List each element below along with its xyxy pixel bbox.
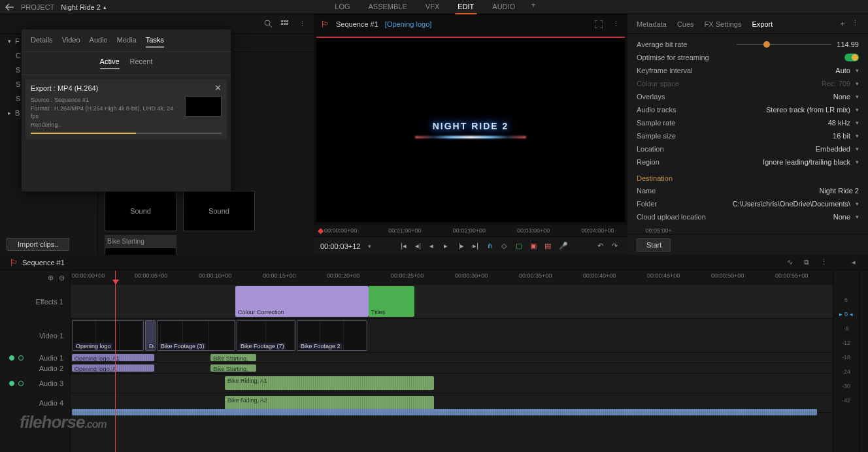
nav-vfx[interactable]: VFX [423, 0, 442, 14]
prop-value[interactable]: None▾ [833, 93, 859, 101]
slider-thumb[interactable] [763, 41, 770, 48]
tab-export[interactable]: Export [752, 20, 773, 28]
tab-cues[interactable]: Cues [677, 20, 694, 28]
clip-bike3[interactable]: Bike Footage (3) [157, 320, 235, 351]
mic-icon[interactable]: 🎤 [559, 242, 568, 251]
solo-dot-icon[interactable] [9, 355, 14, 361]
popup-tab-tasks[interactable]: Tasks [146, 36, 164, 48]
timeline-sequence-name[interactable]: Sequence #1 [22, 259, 65, 266]
timeline-tracks[interactable]: 00:00:00+00 00:00:05+00 00:00:10+00 00:0… [71, 270, 833, 452]
prop-value[interactable]: Embedded▾ [816, 145, 859, 153]
fullscreen-icon[interactable] [593, 19, 604, 29]
popup-tab-details[interactable]: Details [31, 36, 53, 48]
tasks-subtab-recent[interactable]: Recent [130, 57, 153, 69]
mute-dot-icon[interactable] [18, 381, 24, 386]
close-icon[interactable]: ✕ [214, 83, 222, 93]
snap-icon[interactable]: ⋔ [487, 242, 496, 251]
track-a4[interactable]: Bike Riding, A2 [71, 393, 833, 413]
back-icon[interactable] [5, 3, 14, 12]
solo-dot-icon[interactable] [9, 381, 14, 386]
nav-audio[interactable]: AUDIO [490, 0, 518, 14]
clip-audio[interactable]: Bike Starting, A2 [210, 364, 256, 372]
add-workspace-icon[interactable]: + [531, 0, 536, 14]
step-forward-icon[interactable]: |▸ [458, 242, 467, 251]
clip-audio[interactable] [72, 409, 817, 415]
undo-icon[interactable]: ↶ [597, 242, 607, 251]
viewer-ruler[interactable]: ◆ 00:00:00+00 00:01:00+00 00:02:00+00 00… [314, 225, 627, 236]
clip-di[interactable]: Di [145, 320, 156, 351]
track-a3[interactable]: Bike Riding, A1 [71, 374, 833, 393]
popup-tab-video[interactable]: Video [62, 36, 80, 48]
track-label-a3[interactable]: Audio 3 [0, 374, 70, 393]
clip-audio[interactable]: Bike Riding, A1 [225, 376, 434, 390]
collapse-icon[interactable]: ◂ [848, 257, 859, 268]
redo-icon[interactable]: ↷ [612, 242, 621, 251]
goto-end-icon[interactable]: ▸| [473, 242, 482, 251]
clip-bike7[interactable]: Bike Footage (7) [237, 320, 295, 351]
clip-audio[interactable]: Bike Riding, A2 [225, 396, 434, 410]
grid-view-icon[interactable] [280, 19, 290, 29]
timeline-scrollbar[interactable] [859, 270, 868, 452]
track-label-v1[interactable]: Video 1 [0, 319, 70, 353]
zoom-in-icon[interactable]: ⊕ [48, 274, 54, 282]
track-label-fx1[interactable]: Effects 1 [0, 285, 70, 319]
track-fx1[interactable]: Colour Correction Titles [71, 285, 833, 319]
marker-icon[interactable]: ▢ [516, 242, 525, 251]
prop-value[interactable]: 16 bit▾ [833, 132, 859, 140]
menu-kebab-icon[interactable]: ⋮ [297, 19, 307, 29]
link-icon[interactable]: ◇ [501, 242, 510, 251]
add-tab-icon[interactable]: + [840, 19, 845, 29]
start-button[interactable]: Start [637, 238, 671, 251]
prop-value[interactable]: Auto▾ [835, 67, 859, 74]
optimise-toggle[interactable] [844, 54, 859, 61]
track-label-a1[interactable]: Audio 1 [0, 353, 70, 363]
viewer-canvas[interactable]: NIGHT RIDE 2 [316, 37, 625, 222]
task-card[interactable]: Export : MP4 (H.264) ✕ Source : Sequence… [25, 79, 227, 139]
clip-tile[interactable]: Sound [105, 191, 176, 231]
popup-tab-audio[interactable]: Audio [90, 36, 108, 48]
zoom-out-icon[interactable]: ⊖ [59, 274, 65, 282]
timeline-ruler[interactable]: 00:00:00+00 00:00:05+00 00:00:10+00 00:0… [71, 270, 833, 285]
goto-start-icon[interactable]: |◂ [401, 242, 410, 251]
project-dropdown[interactable]: Night Ride 2 ▴ [61, 3, 107, 11]
clip-audio[interactable]: Opening logo, A [72, 364, 154, 372]
import-clips-button[interactable]: Import clips.. [7, 238, 69, 251]
nav-log[interactable]: LOG [332, 0, 352, 14]
in-point-icon[interactable]: ▣ [530, 242, 539, 251]
track-a2[interactable]: Opening logo, A Bike Starting, A2 [71, 363, 833, 374]
clip-bike2[interactable]: Bike Footage 2 [297, 320, 367, 351]
out-point-icon[interactable]: ▤ [544, 242, 554, 251]
playhead[interactable] [115, 270, 116, 452]
mute-dot-icon[interactable] [18, 355, 24, 361]
timecode[interactable]: 00:00:03+12 [320, 242, 360, 250]
prop-value[interactable]: C:\Users\chris\OneDrive\Documents\▾ [733, 200, 859, 208]
bitrate-slider[interactable] [737, 44, 831, 45]
prop-value[interactable]: None▾ [833, 213, 859, 221]
menu-kebab-icon[interactable]: ⋮ [852, 19, 859, 29]
nav-edit[interactable]: EDIT [455, 0, 476, 14]
tab-metadata[interactable]: Metadata [637, 20, 667, 28]
track-v1[interactable]: Opening logo Di Bike Footage (3) Bike Fo… [71, 319, 833, 353]
clip-tile[interactable]: Sound [183, 191, 255, 231]
prop-value[interactable]: Stereo track (from LR mix)▾ [766, 106, 859, 114]
step-back-icon[interactable]: ◂| [415, 242, 424, 251]
play-icon[interactable]: ▸ [444, 242, 453, 251]
track-label-a2[interactable]: Audio 2 [0, 363, 70, 374]
clip-colour-correction[interactable]: Colour Correction [235, 286, 369, 317]
popup-tab-media[interactable]: Media [117, 36, 137, 48]
prop-value[interactable]: Ignore leading/trailing black▾ [763, 158, 859, 166]
chevron-down-icon[interactable]: ▾ [368, 243, 371, 250]
search-icon[interactable] [263, 19, 273, 29]
prop-value[interactable]: 48 kHz▾ [828, 119, 859, 127]
play-reverse-icon[interactable]: ◂ [429, 242, 439, 251]
current-clip-name[interactable]: [Opening logo] [385, 20, 432, 28]
menu-kebab-icon[interactable]: ⋮ [818, 257, 829, 268]
prop-value[interactable]: 114.99 [837, 40, 859, 48]
layers-icon[interactable]: ⧉ [801, 257, 812, 268]
clip-opening-logo[interactable]: Opening logo [72, 320, 144, 351]
tab-fx-settings[interactable]: FX Settings [705, 20, 742, 28]
waveform-icon[interactable]: ∿ [784, 257, 795, 268]
prop-value[interactable]: Night Ride 2 [819, 187, 859, 195]
tasks-subtab-active[interactable]: Active [100, 57, 120, 69]
nav-assemble[interactable]: ASSEMBLE [366, 0, 410, 14]
